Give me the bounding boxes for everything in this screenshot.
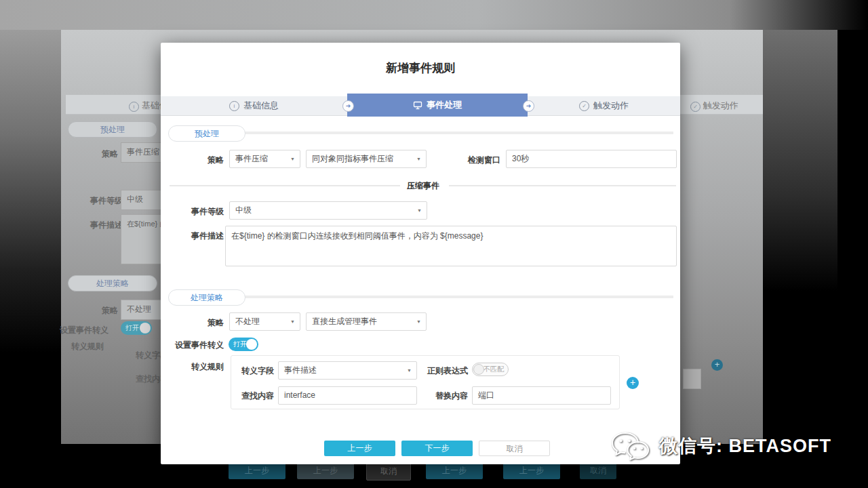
chevron-down-icon: ▼ [416,150,421,167]
screen: i 基础信息 ✓ 触发动作 预处理 策略 事件压缩 事件等级 中级 事件描述 在… [0,0,868,488]
replace-content-label: 替换内容 [420,390,468,402]
background-escape-toggle: 打开 [121,321,152,335]
background-rules-label: 转义规则 [71,341,104,352]
regex-label: 正则表达式 [420,365,468,377]
strategy-label: 策略 [183,155,224,166]
background-escape-label: 设置事件转义 [60,325,108,336]
background-prev-button: 上一步 [503,462,560,479]
background-partial-input [683,369,701,389]
background-step-trigger-action: ✓ 触发动作 [690,100,738,112]
event-level-select[interactable]: 中级 ▼ [229,201,427,220]
background-strategy-label: 策略 [102,148,118,160]
background-desc-label: 事件描述 [90,220,123,231]
toggle-off-label: 不匹配 [484,365,504,373]
process-mode-value: 直接生成管理事件 [312,317,377,326]
background-cancel-button: 取消 [580,462,616,479]
chevron-down-icon: ▼ [416,313,421,330]
backdrop-gradient-right [763,30,837,444]
dialog-title: 新增事件规则 [161,60,680,76]
backdrop-gradient-top [0,0,868,30]
step-trigger-action[interactable]: ✓ 触发动作 [528,96,680,115]
background-level-label: 事件等级 [90,195,123,207]
step-event-processing[interactable]: 事件处理 [347,94,528,117]
wechat-icon [612,429,652,463]
event-level-value: 中级 [235,205,252,215]
backdrop-gradient-left [0,30,61,444]
step-label: 触发动作 [593,100,629,112]
add-rule-button[interactable]: + [627,377,639,389]
process-strategy-select[interactable]: 不处理 ▼ [229,312,300,331]
background-prev-button: 上一步 [426,462,483,479]
event-desc-label: 事件描述 [183,230,224,242]
check-circle-icon: ✓ [690,102,701,112]
detect-window-label: 检测窗口 [453,155,500,166]
divider-left [170,185,400,186]
info-circle-icon: i [129,102,139,112]
section-tab-process-strategy[interactable]: 处理策略 [168,289,245,306]
prev-step-button[interactable]: 上一步 [324,441,395,456]
event-level-label: 事件等级 [183,206,224,218]
chevron-down-icon: ▼ [290,313,295,330]
background-tab-process: 处理策略 [68,275,157,291]
toggle-knob [140,323,151,333]
process-mode-select[interactable]: 直接生成管理事件 ▼ [306,312,427,331]
toggle-on-label: 打开 [233,340,247,348]
strategy-select-value: 事件压缩 [235,154,268,163]
replace-content-input[interactable]: 端口 [472,386,611,405]
escape-toggle-label: 设置事件转义 [170,340,224,351]
escape-field-select[interactable]: 事件描述 ▼ [278,361,417,380]
compress-event-title: 压缩事件 [407,180,439,192]
background-prev-button: 上一步 [297,462,354,479]
process-strategy-label: 策略 [183,317,224,329]
background-add-rule-button: + [711,359,723,371]
regex-toggle[interactable]: 不匹配 [472,363,509,376]
background-toggle-label: 打开 [125,324,139,331]
strategy-mode-select[interactable]: 同对象同指标事件压缩 ▼ [306,150,427,168]
step-label: 事件处理 [427,99,462,111]
escape-rules-label: 转义规则 [183,361,224,373]
toggle-knob [246,339,257,350]
cancel-button[interactable]: 取消 [479,441,550,456]
chevron-down-icon: ▼ [407,362,412,379]
chevron-down-icon: ▼ [290,150,295,167]
strategy-mode-value: 同对象同指标事件压缩 [312,154,393,163]
event-desc-textarea[interactable]: 在${time} 的检测窗口内连续接收到相同阈值事件，内容为 ${message… [225,226,677,266]
section-divider [243,296,673,298]
search-content-input[interactable]: interface [278,386,417,405]
step-label: 基础信息 [243,100,279,112]
process-strategy-value: 不处理 [235,317,260,326]
escape-toggle[interactable]: 打开 [229,338,258,351]
detect-window-input[interactable]: 30秒 [506,150,677,168]
monitor-icon [413,101,422,110]
watermark-text: 微信号: BETASOFT [659,434,831,458]
info-circle-icon: i [229,101,239,111]
escape-field-value: 事件描述 [284,365,317,375]
toggle-knob [473,364,484,375]
background-cancel-button: 取消 [366,462,411,481]
check-circle-icon: ✓ [579,101,589,111]
add-event-rule-dialog: 新增事件规则 i 基础信息 事件处理 ✓ 触发动作 ➜ ➜ 预处理 策略 事件压… [161,43,680,464]
background-step-label: 触发动作 [703,100,738,110]
next-step-button[interactable]: 下一步 [401,441,473,456]
arrow-circle-icon: ➜ [523,100,534,112]
search-content-label: 查找内容 [237,390,274,402]
divider-right [449,185,676,186]
arrow-circle-icon: ➜ [342,100,354,112]
section-divider [243,131,673,134]
background-prev-button: 上一步 [229,462,285,479]
background-tab-preprocess: 预处理 [68,121,157,138]
watermark: 微信号: BETASOFT [612,429,831,463]
chevron-down-icon: ▼ [417,202,422,219]
background-proc-strategy-label: 策略 [102,305,118,317]
strategy-select[interactable]: 事件压缩 ▼ [229,150,300,168]
section-tab-preprocess[interactable]: 预处理 [168,125,245,142]
escape-field-label: 转义字段 [237,365,274,377]
step-basic-info[interactable]: i 基础信息 [161,96,347,115]
